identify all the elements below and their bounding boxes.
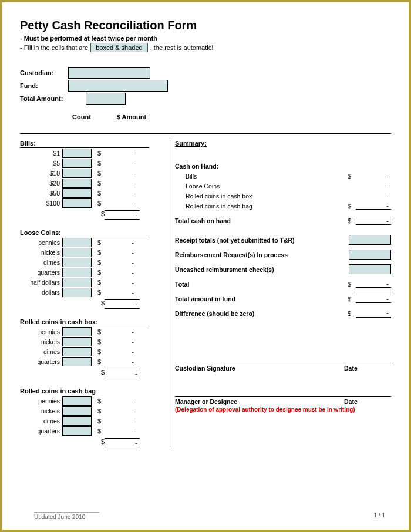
difference-val: -: [356, 309, 391, 318]
rbox-denom-label: dimes: [20, 348, 62, 355]
bills-count-input[interactable]: [62, 179, 92, 188]
loose-count-input[interactable]: [62, 288, 92, 297]
table-row: nickels$-: [20, 336, 170, 346]
rbox-denom-label: nickels: [20, 338, 62, 345]
total-fund-label: Total amount in fund: [175, 295, 348, 302]
rbox-amount: -: [101, 348, 136, 355]
loose-denom-label: half dollars: [20, 279, 62, 286]
rbox-amount: -: [101, 358, 136, 365]
loose-count-input[interactable]: [62, 248, 92, 257]
bills-count-input[interactable]: [62, 188, 92, 198]
loose-count-input[interactable]: [62, 268, 92, 277]
difference-label: Difference (should be zero): [175, 310, 348, 317]
loose-denom-label: quarters: [20, 269, 62, 276]
table-row: dollars$-: [20, 287, 170, 297]
rbag-subtotal: -: [105, 438, 140, 447]
table-row: $10$-: [20, 168, 170, 178]
dollar-sign: $: [92, 180, 101, 187]
custodian-input[interactable]: [68, 67, 150, 79]
custodian-sig-date: Date: [344, 365, 391, 372]
loose-subtotal: -: [105, 299, 140, 309]
bills-count-input[interactable]: [62, 169, 92, 178]
subtitle: - Must be performed at least twice per m…: [20, 35, 391, 42]
bills-count-input[interactable]: [62, 149, 92, 158]
summary-rbox-val: -: [356, 193, 391, 200]
table-row: $1$-: [20, 148, 170, 158]
rbox-amount: -: [101, 328, 136, 335]
summary-loose-label: Loose Coins: [175, 183, 348, 190]
uncashed-label: Uncashed reimbursment check(s): [175, 266, 349, 273]
loose-amount: -: [101, 289, 136, 296]
rbox-amount: -: [101, 338, 136, 345]
top-fields: Custodian: Fund: Total Amount:: [20, 66, 391, 105]
rbag-count-input[interactable]: [62, 426, 92, 436]
rbox-count-input[interactable]: [62, 347, 92, 356]
rbag-count-input[interactable]: [62, 396, 92, 406]
total-cash-label: Total cash on hand: [175, 217, 348, 224]
fund-label: Fund:: [20, 82, 68, 89]
dollar-sign: $: [92, 190, 101, 197]
receipts-input[interactable]: [349, 235, 391, 245]
rbag-amount: -: [101, 417, 136, 425]
dollar-sign: $: [92, 160, 101, 167]
dollar-sign: $: [92, 408, 101, 415]
rbag-denom-label: nickels: [20, 408, 62, 415]
total-amount-input[interactable]: [86, 93, 126, 105]
instr-box-sample: boxed & shaded: [90, 43, 148, 52]
total-amount-label: Total Amount:: [20, 95, 86, 102]
table-row: dimes$-: [20, 346, 170, 356]
rbox-subtotal-dollar: $: [95, 369, 105, 378]
table-row: quarters$-: [20, 356, 170, 366]
rbox-denom-label: pennies: [20, 328, 62, 335]
receipts-label: Receipt totals (not yet submitted to T&R…: [175, 237, 349, 244]
dollar-sign: $: [92, 239, 101, 246]
bills-denom-label: $1: [20, 150, 62, 157]
total-val: -: [356, 280, 391, 288]
custodian-sig-row: Custodian Signature Date: [175, 363, 391, 372]
table-row: pennies$-: [20, 237, 170, 247]
dollar-sign: $: [92, 249, 101, 256]
rbag-count-input[interactable]: [62, 416, 92, 426]
table-row: quarters$-: [20, 426, 170, 436]
dollar-sign: $: [92, 427, 101, 435]
rbox-count-input[interactable]: [62, 327, 92, 336]
fund-input[interactable]: [68, 80, 168, 92]
divider: [20, 133, 391, 134]
rolled-box-header: Rolled coins in cash box:: [20, 318, 149, 326]
instr-suffix: , the rest is automatic!: [150, 44, 214, 51]
rbox-count-input[interactable]: [62, 337, 92, 346]
rbag-denom-label: quarters: [20, 427, 62, 435]
table-row: nickels$-: [20, 406, 170, 416]
table-row: nickels$-: [20, 247, 170, 257]
dollar-sign: $: [92, 348, 101, 355]
table-row: half dollars$-: [20, 277, 170, 287]
manager-sig-row: Manager or Designee Date: [175, 396, 391, 405]
loose-count-input[interactable]: [62, 258, 92, 267]
uncashed-input[interactable]: [349, 264, 391, 274]
loose-count-input[interactable]: [62, 238, 92, 247]
dollar-sign: $: [92, 417, 101, 425]
loose-count-input[interactable]: [62, 278, 92, 287]
rbag-amount: -: [101, 398, 136, 405]
rbox-count-input[interactable]: [62, 357, 92, 366]
bills-denom-label: $10: [20, 170, 62, 177]
bills-count-input[interactable]: [62, 159, 92, 168]
footer-page: 1 / 1: [374, 512, 385, 520]
delegation-note: (Delegation of approval authority to des…: [175, 406, 391, 413]
bills-count-input[interactable]: [62, 198, 92, 208]
reimb-req-input[interactable]: [349, 250, 391, 260]
loose-amount: -: [101, 239, 136, 246]
table-row: $50$-: [20, 188, 170, 198]
loose-denom-label: pennies: [20, 239, 62, 246]
total-cash-val: -: [356, 217, 391, 225]
table-row: $100$-: [20, 198, 170, 208]
bills-amount: -: [101, 200, 136, 207]
table-row: dimes$-: [20, 257, 170, 267]
rbag-count-input[interactable]: [62, 406, 92, 416]
summary-rbox-label: Rolled coins in cash box: [175, 193, 348, 200]
dollar-sign: $: [92, 279, 101, 286]
instr-prefix: - Fill in the cells that are: [20, 44, 88, 51]
custodian-sig-label: Custodian Signature: [175, 365, 344, 372]
dollar-sign: $: [92, 200, 101, 207]
rbag-denom-label: dimes: [20, 417, 62, 425]
